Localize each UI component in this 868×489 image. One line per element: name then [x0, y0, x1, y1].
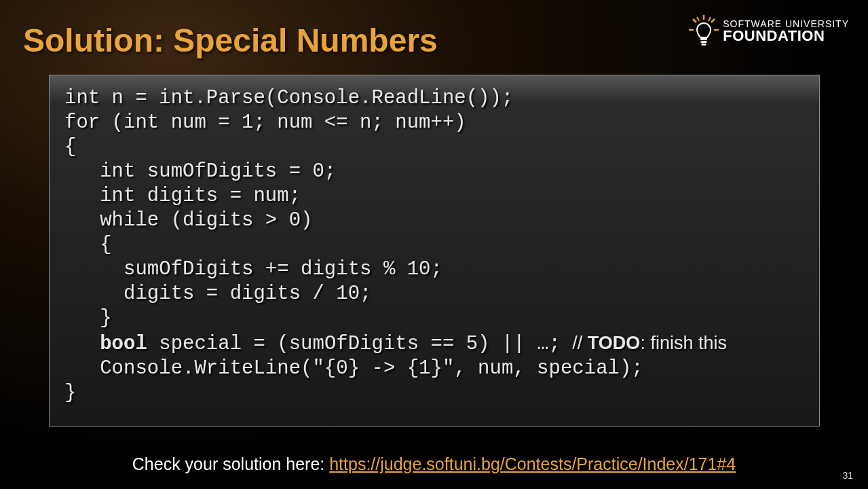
- brand-logo: SOFTWARE UNIVERSITY FOUNDATION: [689, 15, 849, 48]
- lightbulb-icon: [689, 15, 719, 48]
- comment-rest: : finish this: [640, 333, 727, 353]
- code-content: int n = int.Parse(Console.ReadLine()); f…: [64, 86, 804, 405]
- footer-link[interactable]: https://judge.softuni.bg/Contests/Practi…: [329, 454, 736, 473]
- code-line-1: int n = int.Parse(Console.ReadLine());: [64, 87, 513, 109]
- code-line-11-expr: = (sumOfDigits == 5) || …;: [242, 333, 572, 355]
- footer-text: Check your solution here:: [132, 454, 329, 473]
- code-line-8: sumOfDigits += digits % 10;: [64, 258, 442, 280]
- svg-rect-1: [701, 41, 707, 43]
- svg-rect-0: [700, 38, 707, 40]
- code-line-10: }: [64, 307, 112, 329]
- svg-line-5: [711, 19, 715, 22]
- code-line-2: for (int num = 1; num <= n; num++): [64, 111, 466, 134]
- svg-line-9: [709, 17, 711, 21]
- code-line-3: {: [64, 136, 76, 158]
- code-line-7: {: [64, 234, 112, 256]
- comment-slashes: //: [572, 333, 588, 353]
- svg-line-8: [697, 17, 699, 21]
- code-line-5: int digits = num;: [64, 185, 301, 207]
- code-line-12: Console.WriteLine("{0} -> {1}", num, spe…: [64, 357, 643, 380]
- footer: Check your solution here: https://judge.…: [0, 454, 868, 474]
- svg-line-4: [693, 19, 696, 22]
- code-line-11-var: special: [147, 333, 242, 355]
- code-line-6: while (digits > 0): [64, 209, 312, 232]
- svg-rect-2: [702, 43, 706, 46]
- comment-todo: TODO: [588, 333, 641, 353]
- code-line-11-bool: bool: [64, 333, 147, 355]
- code-line-4: int sumOfDigits = 0;: [64, 160, 336, 183]
- page-number: 31: [842, 470, 853, 481]
- logo-line2: FOUNDATION: [723, 29, 849, 43]
- logo-text: SOFTWARE UNIVERSITY FOUNDATION: [723, 19, 849, 43]
- code-line-11-comment: // TODO: finish this: [572, 333, 727, 353]
- code-line-13: }: [64, 382, 76, 404]
- code-line-9: digits = digits / 10;: [64, 283, 371, 305]
- slide-title: Solution: Special Numbers: [23, 22, 438, 59]
- code-block: int n = int.Parse(Console.ReadLine()); f…: [49, 75, 820, 427]
